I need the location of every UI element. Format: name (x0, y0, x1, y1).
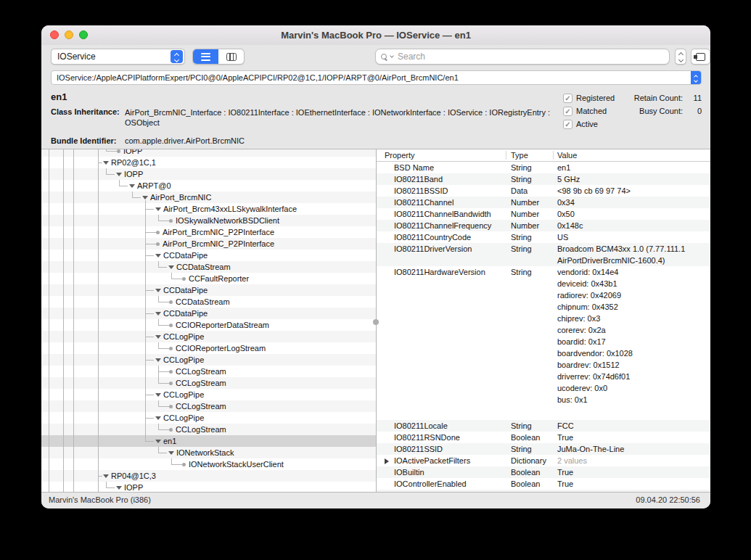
table-row[interactable]: IO80211ChannelBandwidthNumber0x50 (377, 208, 710, 220)
tree-row[interactable]: CCLogStream (41, 424, 376, 435)
table-row[interactable]: IO80211LocaleStringFCC (377, 420, 710, 432)
disclosure-triangle-icon[interactable] (129, 184, 135, 188)
tree-row[interactable]: AirPort_BrcmNIC_P2PInterface (41, 226, 376, 238)
tree-row[interactable]: RP02@1C,1 (41, 157, 376, 168)
tree-row[interactable]: en1 (41, 435, 376, 447)
tree-row[interactable]: CCDataPipe (41, 250, 376, 261)
property-type: Boolean (511, 478, 540, 490)
path-field[interactable]: IOService:/AppleACPIPlatformExpert/PCI0@… (51, 70, 702, 85)
active-checkbox[interactable]: ✓ (563, 120, 573, 129)
status-bar: Marvin's MacBook Pro (i386) 09.04.20 22:… (41, 492, 710, 508)
table-row[interactable]: IO80211ChannelNumber0x34 (377, 197, 710, 208)
tree-row[interactable]: CCLogPipe (41, 389, 376, 400)
table-row[interactable]: IO80211CountryCodeStringUS (377, 231, 710, 243)
column-header-value[interactable]: Value (557, 151, 577, 160)
property-type: String (511, 162, 532, 173)
disclosure-triangle-icon[interactable] (155, 254, 161, 258)
disclosure-triangle-icon[interactable] (168, 265, 174, 269)
tree-node-label: ARPT@0 (137, 181, 171, 190)
disclosure-triangle-icon[interactable] (155, 207, 161, 211)
disclosure-triangle-icon[interactable] (103, 474, 109, 478)
disclosure-triangle-icon[interactable] (155, 416, 161, 420)
tree-row[interactable]: RP04@1C,3 (41, 470, 376, 482)
table-row[interactable]: IO80211RSNDoneBooleanTrue (377, 432, 710, 443)
column-view-button[interactable] (218, 49, 244, 64)
status-machine-name: Marvin's MacBook Pro (i386) (49, 495, 151, 504)
disclosure-right-icon[interactable] (385, 458, 389, 464)
table-header[interactable]: Property Type Value (377, 149, 710, 162)
matched-checkbox-row[interactable]: ✓ Matched (563, 104, 615, 118)
table-row[interactable]: IO80211BandString5 GHz (377, 173, 710, 185)
splitter-handle[interactable] (373, 319, 379, 325)
counts: Retain Count: 11 Busy Count: 0 (620, 91, 702, 118)
tree-row[interactable]: IOPP (41, 168, 376, 180)
disclosure-triangle-icon[interactable] (155, 358, 161, 362)
tree-row[interactable]: IOPP (41, 149, 376, 157)
plane-select[interactable]: IOService (51, 49, 185, 65)
column-separator[interactable] (506, 151, 506, 160)
table-row[interactable]: IOActivePacketFiltersDictionary2 values (377, 455, 710, 466)
app-window: Marvin's MacBook Pro — IOService — en1 I… (41, 25, 710, 508)
active-checkbox-row[interactable]: ✓ Active (563, 118, 615, 131)
tree-row[interactable]: CCLogStream (41, 400, 376, 412)
tree-node-label: IOPP (124, 170, 143, 178)
column-separator[interactable] (553, 151, 554, 160)
tree-row[interactable]: IONetworkStackUserClient (41, 458, 376, 470)
disclosure-triangle-icon[interactable] (155, 440, 161, 443)
table-row[interactable]: IO80211BSSIDData<98 9b cb 69 97 74> (377, 185, 710, 197)
search-field[interactable]: Search (375, 49, 670, 65)
table-row[interactable]: IO80211HardwareVersionStringvendorid: 0x… (377, 266, 710, 420)
table-row[interactable]: BSD NameStringen1 (377, 162, 710, 173)
search-icon (381, 54, 387, 60)
tree-row[interactable]: IOSkywalkNetworkBSDClient (41, 215, 376, 226)
table-row[interactable]: IOBuiltinBooleanTrue (377, 466, 710, 478)
retain-count-label: Retain Count: (620, 94, 683, 102)
property-table-pane[interactable]: Property Type Value BSD NameStringen1IO8… (377, 149, 710, 492)
tree-row[interactable]: CCDataStream (41, 261, 376, 273)
tree-row[interactable]: AirPort_BrcmNIC_P2PInterface (41, 238, 376, 250)
tree-row[interactable]: CCFaultReporter (41, 273, 376, 284)
tree-row[interactable]: CCLogPipe (41, 412, 376, 424)
table-row[interactable]: IO80211SSIDStringJuMa-On-The-Line (377, 443, 710, 455)
table-row[interactable]: IO80211ChannelFrequencyNumber0x148c (377, 220, 710, 231)
tree-row[interactable]: IOPP (41, 482, 376, 492)
search-result-stepper[interactable] (675, 49, 686, 65)
tree-row[interactable]: CCLogStream (41, 377, 376, 389)
tree-row[interactable]: CCIOReporterLogStream (41, 342, 376, 354)
disclosure-triangle-icon[interactable] (103, 161, 109, 165)
tree-row[interactable]: CCDataPipe (41, 284, 376, 296)
registered-checkbox-row[interactable]: ✓ Registered (563, 91, 615, 104)
table-row[interactable]: IO80211DriverVersionStringBroadcom BCM43… (377, 243, 710, 266)
column-header-type[interactable]: Type (511, 151, 528, 160)
disclosure-triangle-icon[interactable] (155, 312, 161, 316)
disclosure-triangle-icon[interactable] (142, 196, 148, 199)
tree-node-label: CCLogPipe (163, 390, 204, 399)
tree-row[interactable]: ARPT@0 (41, 180, 376, 192)
tree-row[interactable]: AirPort_Brcm43xxLLSkywalkInterface (41, 203, 376, 215)
tree-row[interactable]: CCLogStream (41, 366, 376, 377)
tree-row[interactable]: CCDataStream (41, 296, 376, 308)
tree-row[interactable]: CCIOReporterDataStream (41, 319, 376, 331)
list-view-button[interactable] (193, 49, 218, 64)
disclosure-triangle-icon[interactable] (116, 486, 122, 490)
disclosure-triangle-icon[interactable] (155, 335, 161, 339)
column-header-property[interactable]: Property (385, 151, 415, 160)
tree-row[interactable]: CCLogPipe (41, 331, 376, 342)
tree-row[interactable]: AirPort_BrcmNIC (41, 192, 376, 203)
disclosure-triangle-icon[interactable] (155, 393, 161, 397)
registry-tree-pane[interactable]: IOPPRP02@1C,1IOPPARPT@0AirPort_BrcmNICAi… (41, 149, 376, 492)
property-type: String (511, 420, 532, 432)
registered-checkbox[interactable]: ✓ (563, 94, 573, 103)
disclosure-triangle-icon[interactable] (168, 451, 174, 455)
tree-row[interactable]: IONetworkStack (41, 447, 376, 458)
property-name: IOControllerEnabled (394, 478, 467, 490)
matched-checkbox[interactable]: ✓ (563, 107, 573, 116)
disclosure-triangle-icon[interactable] (116, 173, 122, 176)
path-stepper-icon[interactable] (691, 70, 701, 85)
table-row[interactable]: IOControllerEnabledBooleanTrue (377, 478, 710, 490)
disclosure-triangle-icon[interactable] (155, 289, 161, 292)
inspector-toggle-button[interactable] (691, 49, 710, 65)
tree-row[interactable]: CCDataPipe (41, 308, 376, 319)
tree-row[interactable]: CCLogPipe (41, 354, 376, 366)
title-bar[interactable]: Marvin's MacBook Pro — IOService — en1 (41, 25, 710, 45)
